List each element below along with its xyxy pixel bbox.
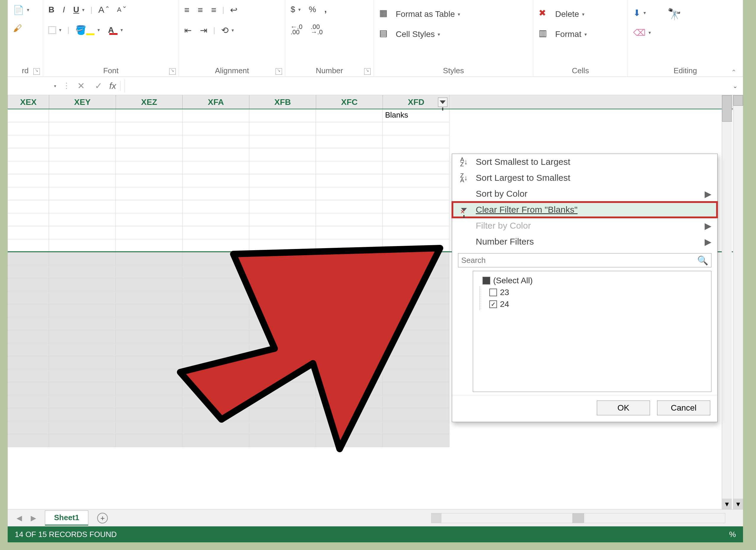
sheet-nav-next-icon[interactable]: ▶ xyxy=(31,514,36,522)
ribbon-launcher-icon[interactable]: ↘ xyxy=(169,68,176,75)
filter-by-color-item: Filter by Color ▶ xyxy=(452,218,717,234)
collapse-ribbon-icon[interactable]: ⌄ xyxy=(731,68,737,76)
tristate-checkbox[interactable] xyxy=(483,277,490,284)
sort-descending-item[interactable]: ZA↓ Sort Largest to Smallest xyxy=(452,170,717,186)
decrease-font-button[interactable]: Aˇ xyxy=(115,3,128,16)
ribbon-group-number: $▾ % , ←.0.00 .00→.0 Number↘ xyxy=(285,0,374,77)
comma-button[interactable]: , xyxy=(322,3,329,16)
align-bottom-button[interactable]: ≡ xyxy=(209,3,219,17)
delete-button[interactable]: ✖Delete▾ xyxy=(536,6,587,22)
clear-filter-item[interactable]: ✕ Clear Filter From "Blanks" xyxy=(452,202,717,218)
sort-desc-icon: ZA↓ xyxy=(458,173,470,183)
bold-button[interactable]: B xyxy=(46,3,57,16)
ribbon-group-label: rd↘ xyxy=(11,64,40,77)
ribbon-launcher-icon[interactable]: ↘ xyxy=(33,68,40,75)
column-header[interactable]: XEY xyxy=(49,95,116,109)
search-icon: 🔍 xyxy=(697,255,708,266)
cancel-button[interactable]: Cancel xyxy=(657,401,710,415)
submenu-arrow-icon: ▶ xyxy=(705,221,711,231)
sheet-tab-bar: ◀ ▶ Sheet1 + xyxy=(8,509,743,526)
sheet-nav-prev-icon[interactable]: ◀ xyxy=(17,514,22,522)
italic-button[interactable]: I xyxy=(60,3,67,16)
ribbon-group-clipboard: 📄▾ 🖌 rd↘ xyxy=(8,0,43,77)
vertical-scrollbar[interactable]: ▾ xyxy=(722,95,732,509)
sort-asc-icon: AZ↓ xyxy=(458,157,470,167)
ribbon-launcher-icon[interactable]: ↘ xyxy=(364,68,371,75)
select-all-node[interactable]: (Select All) xyxy=(477,275,708,287)
cell-active-label[interactable]: Blanks xyxy=(383,109,449,122)
format-button[interactable]: ▥Format▾ xyxy=(536,26,589,43)
submenu-arrow-icon: ▶ xyxy=(705,189,711,199)
align-top-button[interactable]: ≡ xyxy=(182,3,192,17)
format-painter-button[interactable]: 🖌 xyxy=(11,22,24,35)
ribbon-group-label: Styles xyxy=(443,66,464,75)
column-header[interactable]: XEZ xyxy=(116,95,183,109)
percent-button[interactable]: % xyxy=(307,3,319,16)
filter-dropdown-popup: AZ↓ Sort Smallest to Largest ZA↓ Sort La… xyxy=(452,154,718,422)
filter-search-input[interactable] xyxy=(461,256,697,265)
checkbox[interactable] xyxy=(489,289,497,296)
new-sheet-button[interactable]: + xyxy=(97,513,108,523)
ribbon: 📄▾ 🖌 rd↘ B I U▾ | Aˆ Aˇ ▾ | 🪣▾ xyxy=(8,0,743,77)
underline-button[interactable]: U▾ xyxy=(71,3,87,16)
number-filters-item[interactable]: Number Filters ▶ xyxy=(452,234,717,250)
sort-by-color-item[interactable]: Sort by Color ▶ xyxy=(452,186,717,202)
fill-color-button[interactable]: 🪣▾ xyxy=(73,23,102,37)
ribbon-group-styles: ▦Format as Table▾ ▤Cell Styles▾ Styles xyxy=(374,0,533,77)
clear-button[interactable]: ⌫▾ xyxy=(631,26,653,40)
orientation-button[interactable]: ⟲▾ xyxy=(219,23,236,37)
expand-formula-bar-icon[interactable]: ⌄ xyxy=(731,82,739,90)
column-header[interactable]: XFC xyxy=(316,95,383,109)
column-header[interactable]: XFA xyxy=(183,95,249,109)
cancel-formula-button[interactable]: ✕ xyxy=(74,81,88,91)
borders-button[interactable]: ▾ xyxy=(46,25,64,36)
formula-input[interactable] xyxy=(125,79,726,92)
column-headers[interactable]: XEX XEY XEZ XFA XFB XFC XFD xyxy=(8,95,743,109)
name-box[interactable]: ▾ xyxy=(11,79,58,92)
column-header[interactable]: XFD xyxy=(383,95,449,109)
fx-icon[interactable]: fx xyxy=(109,81,120,91)
wrap-text-button[interactable]: ↩ xyxy=(228,3,240,17)
sheet-tab[interactable]: Sheet1 xyxy=(45,510,88,525)
ribbon-group-cells: ✖Delete▾ ▥Format▾ Cells xyxy=(533,0,628,77)
increase-indent-button[interactable]: ⇥ xyxy=(198,23,210,37)
filter-value-item[interactable]: 24 xyxy=(483,298,708,310)
column-header[interactable]: XEX xyxy=(8,95,49,109)
increase-decimal-button[interactable]: ←.0.00 xyxy=(288,22,305,37)
filter-search-box[interactable]: 🔍 xyxy=(458,253,711,267)
checkbox[interactable] xyxy=(489,300,497,308)
increase-font-button[interactable]: Aˆ xyxy=(96,3,111,17)
find-select-button[interactable]: 🔭 xyxy=(665,6,684,22)
cell-styles-button[interactable]: ▤Cell Styles▾ xyxy=(377,26,442,43)
horizontal-scrollbar[interactable] xyxy=(431,513,725,523)
ribbon-group-alignment: ≡ ≡ ≡ | ↩ ⇤ ⇥ | ⟲▾ Alignment↘ xyxy=(179,0,285,77)
submenu-arrow-icon: ▶ xyxy=(705,237,711,247)
filter-popup-buttons: OK Cancel xyxy=(452,395,717,422)
zoom-percent[interactable]: % xyxy=(729,530,736,539)
filter-value-item[interactable]: 23 xyxy=(483,287,708,298)
column-header[interactable]: XFB xyxy=(249,95,316,109)
currency-button[interactable]: $▾ xyxy=(288,3,303,16)
ribbon-group-label: Font xyxy=(103,66,118,75)
ribbon-group-editing: ⬇▾ ⌫▾ 🔭 Editing xyxy=(628,0,743,77)
format-as-table-button[interactable]: ▦Format as Table▾ xyxy=(377,6,462,22)
vertical-scrollbar-outer[interactable]: ▾ xyxy=(733,95,743,509)
status-bar: 14 OF 15 RECORDS FOUND % xyxy=(8,526,743,542)
ribbon-launcher-icon[interactable]: ↘ xyxy=(276,68,282,75)
sort-ascending-item[interactable]: AZ↓ Sort Smallest to Largest xyxy=(452,154,717,170)
decrease-indent-button[interactable]: ⇤ xyxy=(182,23,194,37)
formula-bar: ▾ ⋮ ✕ ✓ fx ⌄ xyxy=(8,77,743,95)
clear-filter-icon: ✕ xyxy=(458,205,470,215)
font-color-button[interactable]: A▾ xyxy=(106,24,125,37)
ribbon-group-label: Alignment xyxy=(215,66,249,75)
align-middle-button[interactable]: ≡ xyxy=(195,3,206,17)
filter-dropdown-icon[interactable] xyxy=(438,97,447,107)
paste-button[interactable]: 📄▾ xyxy=(11,3,32,17)
fill-button[interactable]: ⬇▾ xyxy=(631,6,653,20)
status-text: 14 OF 15 RECORDS FOUND xyxy=(15,530,117,539)
ribbon-group-label: Number xyxy=(316,66,343,75)
ok-button[interactable]: OK xyxy=(597,401,650,415)
enter-formula-button[interactable]: ✓ xyxy=(92,81,105,91)
decrease-decimal-button[interactable]: .00→.0 xyxy=(308,22,325,37)
filter-values-tree[interactable]: (Select All) 23 24 xyxy=(473,271,711,392)
